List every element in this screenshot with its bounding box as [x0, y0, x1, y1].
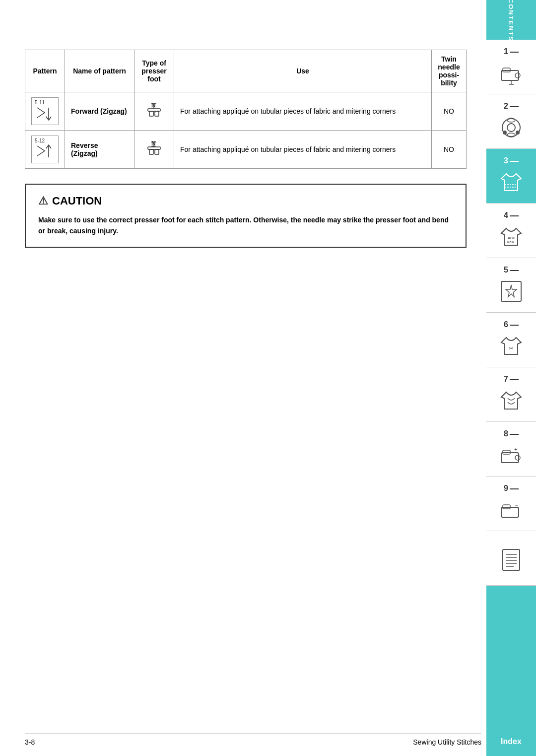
chapter-2-dash — [510, 106, 519, 107]
chapter-4-icon: ABC ✿✿✿ — [498, 223, 525, 250]
chapter-5-dash — [510, 270, 519, 271]
chapter-1-dash — [510, 52, 519, 53]
footer: 3-8 Sewing Utility Stitches — [25, 734, 481, 746]
chapter-8-number: 8 — [504, 429, 508, 438]
document-icon — [498, 546, 525, 573]
svg-marker-16 — [506, 285, 517, 297]
svg-text:✦: ✦ — [514, 447, 518, 452]
chapter-3-icon — [498, 168, 525, 196]
chapter-8-icon: ✦ — [498, 441, 525, 469]
chapter-7-icon — [498, 387, 525, 414]
contents-label: CONTENTS — [508, 0, 515, 40]
twin-cell-2: NO — [432, 131, 467, 169]
chapter-tab-9[interactable]: 9 "" — [486, 477, 536, 531]
svg-rect-35 — [155, 111, 159, 116]
caution-box: ⚠ CAUTION Make sure to use the correct p… — [25, 184, 467, 248]
presser-foot-icon-1: N — [140, 101, 168, 121]
svg-rect-34 — [149, 111, 153, 116]
col-header-pattern: Pattern — [25, 50, 65, 92]
chapter-3-number: 3 — [504, 156, 508, 165]
chapter-tab-4[interactable]: 4 ABC ✿✿✿ — [486, 204, 536, 258]
svg-point-9 — [516, 131, 520, 135]
presser-foot-icon-2: N — [140, 139, 168, 159]
twin-cell-1: NO — [432, 92, 467, 131]
pattern-name-2: Reverse (Zigzag) — [65, 131, 134, 169]
chapter-6-num-row: 6 — [504, 320, 519, 329]
chapter-1-num-row: 1 — [504, 47, 519, 56]
svg-rect-33 — [148, 109, 160, 111]
col-header-twin: Twin needle possi- bility — [432, 50, 467, 92]
svg-text:✂: ✂ — [509, 345, 514, 352]
col-header-name: Name of pattern — [65, 50, 134, 92]
table-row: 5-12 Reverse (Zigzag) — [25, 131, 467, 169]
svg-text:ABC: ABC — [508, 236, 515, 240]
svg-text:"": "" — [515, 504, 518, 509]
chapter-tab-7[interactable]: 7 — [486, 367, 536, 422]
svg-rect-25 — [503, 550, 520, 570]
chapter-tab-6[interactable]: 6 ✂ — [486, 313, 536, 367]
svg-point-10 — [503, 131, 507, 135]
chapter-9-dash — [510, 488, 519, 489]
presser-foot-1: N — [134, 92, 174, 131]
chapter-tab-8[interactable]: 8 ✦ — [486, 422, 536, 477]
chapter-4-number: 4 — [504, 211, 508, 220]
chapter-9-icon: "" — [498, 496, 525, 523]
chapter-9-number: 9 — [504, 484, 508, 493]
svg-rect-40 — [148, 147, 160, 149]
contents-tab[interactable]: CONTENTS — [486, 0, 536, 40]
svg-rect-42 — [155, 149, 159, 154]
svg-point-6 — [507, 124, 515, 132]
pattern-icon-1: 5-11 — [31, 97, 59, 125]
chapter-tab-1[interactable]: 1 — [486, 40, 536, 94]
chapter-tab-doc[interactable] — [486, 531, 536, 586]
chapter-8-dash — [510, 434, 519, 435]
footer-title: Sewing Utility Stitches — [413, 738, 481, 746]
pattern-cell-1: 5-11 — [25, 92, 65, 131]
caution-text: Make sure to use the correct presser foo… — [38, 214, 453, 237]
pattern-icon-2: 5-12 — [31, 136, 59, 163]
presser-foot-2: N — [134, 131, 174, 169]
col-header-type: Type of presser foot — [134, 50, 174, 92]
chapter-tab-3[interactable]: 3 — [486, 149, 536, 204]
right-sidebar: CONTENTS 1 2 — [486, 0, 536, 756]
chapter-7-number: 7 — [504, 375, 508, 384]
chapter-4-dash — [510, 215, 519, 216]
use-cell-1: For attaching appliqué on tubular pieces… — [174, 92, 432, 131]
table-row: 5-11 Forward (Zigzag) — [25, 92, 467, 131]
svg-point-20 — [515, 455, 520, 460]
chapter-8-num-row: 8 — [504, 429, 519, 438]
chapter-6-icon: ✂ — [498, 332, 525, 359]
chapter-1-icon — [498, 59, 525, 86]
col-header-use: Use — [174, 50, 432, 92]
stitch-table: Pattern Name of pattern Type of presser … — [25, 50, 467, 169]
caution-title: ⚠ CAUTION — [38, 195, 453, 207]
chapter-2-icon — [498, 114, 525, 141]
pattern-name-1: Forward (Zigzag) — [65, 92, 134, 131]
use-cell-2: For attaching appliqué on tubular pieces… — [174, 131, 432, 169]
chapter-9-num-row: 9 — [504, 484, 519, 493]
chapter-7-dash — [510, 379, 519, 380]
chapter-3-dash — [510, 161, 519, 162]
chapter-4-num-row: 4 — [504, 211, 519, 220]
svg-point-2 — [515, 73, 520, 78]
chapter-5-number: 5 — [504, 266, 508, 275]
chapter-6-dash — [510, 325, 519, 326]
chapter-3-num-row: 3 — [504, 156, 519, 165]
index-tab[interactable]: Index — [486, 586, 536, 756]
chapter-5-icon — [498, 277, 525, 305]
svg-rect-41 — [149, 149, 153, 154]
chapter-tab-2[interactable]: 2 — [486, 94, 536, 149]
chapter-2-num-row: 2 — [504, 102, 519, 111]
chapter-2-number: 2 — [504, 102, 508, 111]
svg-rect-15 — [501, 281, 521, 301]
chapter-tab-5[interactable]: 5 — [486, 258, 536, 313]
chapter-6-number: 6 — [504, 320, 508, 329]
footer-page-number: 3-8 — [25, 738, 35, 746]
chapter-7-num-row: 7 — [504, 375, 519, 384]
caution-triangle-icon: ⚠ — [38, 195, 48, 207]
main-content: Pattern Name of pattern Type of presser … — [0, 0, 486, 756]
index-label: Index — [501, 737, 522, 746]
chapter-1-number: 1 — [504, 47, 508, 56]
chapter-5-num-row: 5 — [504, 266, 519, 275]
svg-text:✿✿✿: ✿✿✿ — [507, 241, 514, 244]
